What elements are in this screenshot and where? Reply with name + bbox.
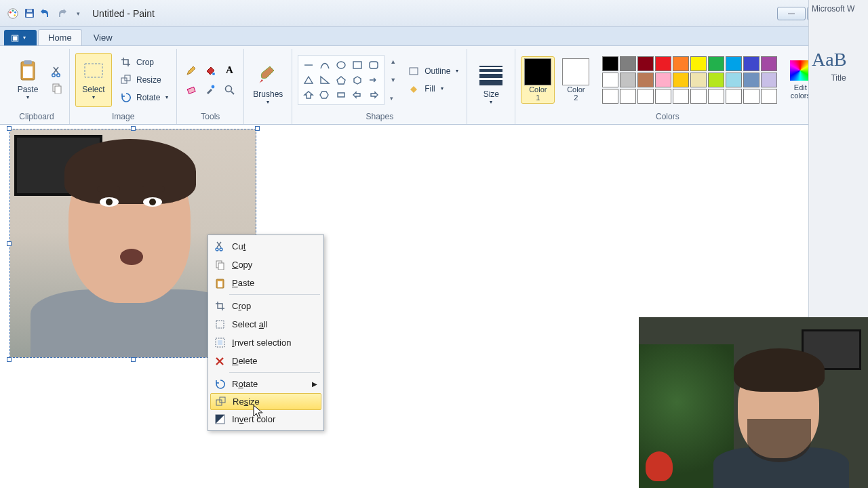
shapes-scroll-up[interactable]: ▲ <box>390 58 396 65</box>
palette-swatch[interactable] <box>761 73 777 87</box>
text-tool[interactable]: A <box>220 62 238 79</box>
crop-button[interactable]: Crop <box>116 55 171 70</box>
palette-swatch[interactable] <box>602 56 618 71</box>
word-style-label: Title <box>812 73 865 83</box>
ctx-crop[interactable]: Crop <box>210 297 321 315</box>
selection-handle[interactable] <box>131 357 136 362</box>
palette-swatch[interactable] <box>637 89 654 104</box>
svg-point-20 <box>212 85 215 88</box>
selection-handle[interactable] <box>255 126 260 131</box>
palette-swatch[interactable] <box>690 89 707 104</box>
select-button[interactable]: Select ▾ <box>75 53 112 107</box>
palette-swatch[interactable] <box>690 73 707 87</box>
ctx-copy[interactable]: Copy <box>210 256 321 274</box>
palette-swatch[interactable] <box>620 56 636 71</box>
minimize-button[interactable]: — <box>777 7 806 20</box>
undo-icon[interactable] <box>39 7 52 20</box>
resize-button[interactable]: Resize <box>116 73 171 87</box>
palette-swatch[interactable] <box>620 89 636 104</box>
palette-swatch[interactable] <box>743 56 760 71</box>
ctx-invert-selection[interactable]: Invert selection <box>210 333 321 352</box>
group-clipboard: Paste ▾ Clipboard <box>4 49 70 124</box>
ctx-paste[interactable]: Paste <box>210 274 321 292</box>
tab-view[interactable]: View <box>83 29 123 45</box>
palette-swatch[interactable] <box>761 89 777 104</box>
file-tab[interactable]: ▣▾ <box>4 30 37 45</box>
copy-icon[interactable] <box>50 81 64 95</box>
palette-swatch[interactable] <box>620 73 636 87</box>
save-icon[interactable] <box>23 7 35 20</box>
palette-swatch[interactable] <box>743 89 760 104</box>
group-size: Size ▾ <box>467 49 515 124</box>
selection-handle[interactable] <box>7 241 12 246</box>
palette-swatch[interactable] <box>655 89 671 104</box>
color2-button[interactable]: Color 2 <box>559 56 593 104</box>
palette-swatch[interactable] <box>673 89 689 104</box>
rotate-button[interactable]: Rotate▾ <box>116 90 171 105</box>
palette-swatch[interactable] <box>726 73 742 87</box>
svg-point-11 <box>52 73 56 77</box>
palette-swatch[interactable] <box>637 56 654 71</box>
color1-swatch <box>524 58 551 85</box>
svg-point-3 <box>14 11 16 13</box>
size-label: Size <box>484 89 499 99</box>
palette-swatch[interactable] <box>637 73 654 87</box>
fill-tool[interactable] <box>201 62 219 79</box>
palette-swatch[interactable] <box>761 56 777 71</box>
palette-swatch[interactable] <box>673 73 689 87</box>
palette-swatch[interactable] <box>726 89 742 104</box>
eyedropper-tool[interactable] <box>201 81 219 98</box>
ctx-resize[interactable]: Resize <box>210 393 321 410</box>
delete-icon <box>212 354 228 368</box>
shapes-gallery[interactable] <box>298 55 384 105</box>
selection-handle[interactable] <box>131 126 136 131</box>
palette-swatch[interactable] <box>655 56 671 71</box>
ctx-delete[interactable]: Delete <box>210 352 321 370</box>
ctx-rotate[interactable]: Rotate▶ <box>210 375 321 393</box>
resize-icon <box>212 395 229 409</box>
eraser-tool[interactable] <box>182 81 200 98</box>
palette-swatch[interactable] <box>690 56 707 71</box>
palette-swatch[interactable] <box>743 73 760 87</box>
resize-icon <box>119 73 132 87</box>
ctx-select-all[interactable]: Select all <box>210 315 321 333</box>
paste-label: Paste <box>18 85 39 94</box>
size-button[interactable]: Size ▾ <box>473 58 509 112</box>
selection-handle[interactable] <box>7 357 12 362</box>
palette-swatch[interactable] <box>708 73 724 87</box>
window-title: Untitled - Paint <box>92 8 155 19</box>
brushes-button[interactable]: Brushes ▾ <box>250 58 286 112</box>
webcam-overlay <box>639 317 868 488</box>
redo-icon[interactable] <box>56 7 68 20</box>
pencil-tool[interactable] <box>182 62 200 79</box>
qat-dropdown-icon[interactable]: ▾ <box>72 7 84 20</box>
svg-rect-31 <box>218 281 222 287</box>
word-style-preview[interactable]: AaB <box>812 49 865 70</box>
color1-button[interactable]: Color 1 <box>521 56 555 104</box>
shape-outline-button[interactable]: Outline▾ <box>404 64 461 79</box>
svg-point-1 <box>9 11 12 13</box>
selection-handle[interactable] <box>7 126 12 131</box>
shape-fill-button[interactable]: Fill▾ <box>404 81 461 96</box>
color-palette[interactable] <box>602 56 777 104</box>
ctx-invert-color[interactable]: Invert color <box>210 410 321 428</box>
ribbon-tabs: ▣▾ Home View ? <box>0 27 868 46</box>
shapes-scroll-down[interactable]: ▼ <box>390 77 396 83</box>
rotate-icon <box>119 91 132 104</box>
ctx-cut[interactable]: Cut <box>210 237 321 256</box>
paste-button[interactable]: Paste ▾ <box>9 53 46 107</box>
palette-swatch[interactable] <box>726 56 742 71</box>
palette-swatch[interactable] <box>602 73 618 87</box>
palette-swatch[interactable] <box>602 89 618 104</box>
magnifier-tool[interactable] <box>220 81 238 98</box>
shapes-group-label: Shapes <box>298 110 461 124</box>
palette-swatch[interactable] <box>655 73 671 87</box>
palette-swatch[interactable] <box>673 56 689 71</box>
palette-swatch[interactable] <box>708 56 724 71</box>
tab-home[interactable]: Home <box>38 29 82 45</box>
group-image: Select ▾ Crop Resize Rotate▾ Image <box>70 49 177 124</box>
cut-icon[interactable] <box>50 65 64 79</box>
palette-swatch[interactable] <box>708 89 724 104</box>
svg-rect-6 <box>26 14 33 17</box>
shapes-more[interactable]: ▾ <box>390 95 396 102</box>
